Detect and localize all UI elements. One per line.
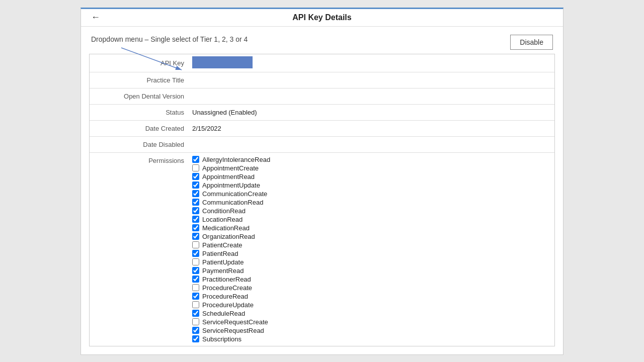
practice-title-label: Practice Title	[90, 76, 190, 84]
api-key-value	[190, 56, 554, 70]
permission-checkbox[interactable]	[192, 207, 199, 214]
permission-checkbox[interactable]	[192, 327, 199, 334]
permission-checkbox[interactable]	[192, 301, 199, 308]
permission-checkbox[interactable]	[192, 173, 199, 180]
status-label: Status	[90, 109, 190, 116]
permission-name: ConditionRead	[202, 207, 246, 215]
permission-name: AppointmentCreate	[202, 164, 259, 172]
open-dental-version-row: Open Dental Version	[90, 88, 554, 105]
permission-name: PaymentRead	[202, 267, 244, 275]
permission-checkbox[interactable]	[192, 276, 199, 283]
status-row: Status Unassigned (Enabled)	[90, 105, 554, 121]
permission-checkbox[interactable]	[192, 216, 199, 223]
permission-name: CommunicationRead	[202, 199, 263, 206]
permission-checkbox[interactable]	[192, 224, 199, 231]
permission-item: AllergyIntoleranceRead	[192, 156, 554, 163]
disable-button[interactable]: Disable	[510, 35, 553, 50]
permission-name: LocationRead	[202, 216, 243, 223]
permission-checkbox[interactable]	[192, 284, 199, 291]
practice-title-row: Practice Title	[90, 72, 554, 88]
permission-item: OrganizationRead	[192, 233, 554, 240]
status-value: Unassigned (Enabled)	[190, 109, 554, 116]
permission-item: ProcedureRead	[192, 293, 554, 300]
permission-item: PatientUpdate	[192, 258, 554, 266]
permission-checkbox[interactable]	[192, 335, 199, 342]
permission-name: AppointmentRead	[202, 173, 255, 180]
annotation-wrapper: Dropdown menu – Single select of Tier 1,…	[91, 35, 248, 44]
date-created-row: Date Created 2/15/2022	[90, 121, 554, 137]
annotation-text: Dropdown menu – Single select of Tier 1,…	[91, 35, 248, 43]
permission-name: OrganizationRead	[202, 233, 255, 240]
permission-name: Subscriptions	[202, 335, 242, 343]
permission-item: Subscriptions	[192, 335, 554, 343]
permission-item: ServiceRequestRead	[192, 327, 554, 334]
api-key-display[interactable]	[192, 56, 253, 68]
date-disabled-row: Date Disabled	[90, 137, 554, 153]
permission-checkbox[interactable]	[192, 182, 199, 189]
permission-name: ServiceRequestRead	[202, 327, 264, 334]
permissions-list: AllergyIntoleranceReadAppointmentCreateA…	[190, 156, 554, 343]
permission-item: ProcedureCreate	[192, 284, 554, 292]
open-dental-version-label: Open Dental Version	[90, 93, 190, 100]
permission-item: MedicationRead	[192, 224, 554, 232]
annotation-area: Dropdown menu – Single select of Tier 1,…	[81, 27, 563, 54]
permission-item: LocationRead	[192, 216, 554, 223]
permission-checkbox[interactable]	[192, 199, 199, 206]
permission-item: ProcedureUpdate	[192, 301, 554, 309]
permission-name: ProcedureCreate	[202, 284, 252, 292]
permission-name: PatientCreate	[202, 241, 243, 249]
permissions-label: Permissions	[90, 156, 190, 164]
permissions-row: Permissions AllergyIntoleranceReadAppoin…	[90, 153, 554, 346]
permission-name: PractitionerRead	[202, 276, 251, 283]
permission-item: CommunicationRead	[192, 199, 554, 206]
permission-checkbox[interactable]	[192, 293, 199, 300]
date-created-value: 2/15/2022	[190, 125, 554, 132]
permission-item: PatientRead	[192, 250, 554, 257]
permission-name: AllergyIntoleranceRead	[202, 156, 270, 163]
outer-container: ← API Key Details Dropdown menu – Single…	[0, 0, 644, 362]
permission-checkbox[interactable]	[192, 233, 199, 240]
permission-checkbox[interactable]	[192, 267, 199, 274]
api-key-row: API Key	[90, 54, 554, 72]
permission-name: PatientRead	[202, 250, 238, 257]
permission-name: ProcedureRead	[202, 293, 248, 300]
content-box: API Key Practice Title Open Dental Versi…	[89, 54, 555, 346]
permission-name: PatientUpdate	[202, 258, 244, 266]
permission-checkbox[interactable]	[192, 250, 199, 257]
date-disabled-label: Date Disabled	[90, 141, 190, 148]
permission-item: ServiceRequestCreate	[192, 318, 554, 326]
permission-checkbox[interactable]	[192, 156, 199, 163]
permission-item: AppointmentUpdate	[192, 182, 554, 189]
permission-name: ServiceRequestCreate	[202, 318, 268, 326]
permission-item: CommunicationCreate	[192, 190, 554, 198]
permission-item: AppointmentRead	[192, 173, 554, 180]
permission-checkbox[interactable]	[192, 164, 199, 171]
back-button[interactable]: ←	[87, 10, 104, 25]
permission-item: ScheduleRead	[192, 310, 554, 317]
permission-name: MedicationRead	[202, 224, 250, 232]
page-title: API Key Details	[292, 13, 351, 22]
permission-checkbox[interactable]	[192, 190, 199, 197]
date-created-label: Date Created	[90, 125, 190, 132]
permission-name: ProcedureUpdate	[202, 301, 254, 309]
permission-checkbox[interactable]	[192, 318, 199, 325]
permission-item: PatientCreate	[192, 241, 554, 249]
api-key-label: API Key	[90, 59, 190, 67]
permission-name: CommunicationCreate	[202, 190, 267, 198]
permission-item: AppointmentCreate	[192, 164, 554, 172]
permission-checkbox[interactable]	[192, 241, 199, 248]
permission-checkbox[interactable]	[192, 310, 199, 317]
permission-item: PractitionerRead	[192, 276, 554, 283]
permission-name: AppointmentUpdate	[202, 182, 260, 189]
page-header: ← API Key Details	[81, 9, 563, 27]
main-panel: ← API Key Details Dropdown menu – Single…	[80, 8, 564, 355]
permission-name: ScheduleRead	[202, 310, 245, 317]
permission-checkbox[interactable]	[192, 258, 199, 265]
permission-item: ConditionRead	[192, 207, 554, 215]
permission-item: PaymentRead	[192, 267, 554, 275]
